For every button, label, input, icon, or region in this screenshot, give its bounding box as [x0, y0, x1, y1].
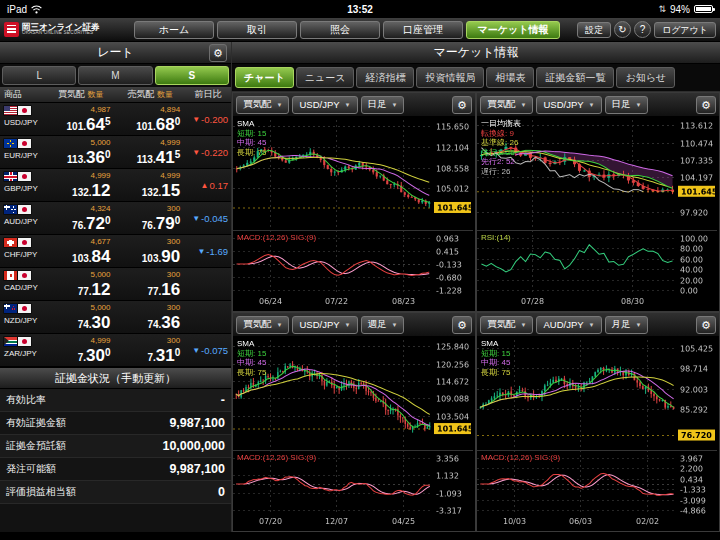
market-tab-news[interactable]: ニュース: [296, 67, 355, 88]
market-tab-investment-info[interactable]: 投資情報局: [416, 67, 484, 88]
nav-item-account[interactable]: 口座管理: [383, 21, 463, 39]
ask-cell[interactable]: 3007.310: [116, 334, 186, 366]
bid-cell[interactable]: 4,677103.84: [46, 235, 116, 267]
rate-row[interactable]: USD/JPY4,987101.6454,894101.680▼-0.200: [0, 103, 231, 136]
chart-pair-select[interactable]: AUD/JPY▼: [536, 316, 601, 334]
down-arrow-icon: ▼: [197, 247, 205, 256]
chart-canvas[interactable]: [233, 117, 473, 311]
rate-size-tab-s[interactable]: S: [155, 66, 229, 85]
chart-settings-button[interactable]: ⚙: [452, 316, 472, 334]
pair-label: GBP/JPY: [4, 184, 46, 193]
market-tab-rate-table[interactable]: 相場表: [486, 67, 534, 88]
refresh-button[interactable]: ↻: [614, 21, 631, 38]
change-cell: ▼-0.220: [185, 136, 231, 168]
nav-item-market-info[interactable]: マーケット情報: [466, 21, 560, 39]
jpy-flag-icon: [18, 205, 31, 214]
gear-icon: ⚙: [701, 319, 711, 331]
chart-interval-select[interactable]: 日足▼: [361, 96, 405, 114]
market-tab-economic-indicators[interactable]: 経済指標: [356, 67, 414, 88]
chart-price-type-select[interactable]: 買気配▼: [480, 316, 533, 334]
chart-settings-button[interactable]: ⚙: [452, 96, 472, 114]
rate-settings-button[interactable]: ⚙: [209, 44, 227, 62]
chart-pair-select[interactable]: USD/JPY▼: [292, 316, 357, 334]
chart-price-type-select[interactable]: 買気配▼: [480, 96, 533, 114]
flag-pair: [4, 139, 46, 148]
rate-row[interactable]: GBP/JPY4,999132.124,999132.15▲0.17: [0, 169, 231, 202]
chart-interval-select[interactable]: 月足▼: [605, 316, 649, 334]
chart-price-type-select[interactable]: 買気配▼: [236, 96, 289, 114]
down-arrow-icon: ▼: [192, 115, 200, 124]
chart-canvas[interactable]: [477, 117, 717, 311]
market-tab-margin-list[interactable]: 証拠金額一覧: [536, 67, 614, 88]
eu-flag-icon: [4, 139, 17, 148]
market-panel-title: マーケット情報: [433, 44, 518, 61]
bid-cell[interactable]: 5,00074.30: [46, 301, 116, 333]
chart-pair-select[interactable]: USD/JPY▼: [536, 96, 601, 114]
rate-size-tab-l[interactable]: L: [2, 66, 76, 85]
market-tab-notice[interactable]: お知らせ: [616, 67, 675, 88]
clock: 13:52: [347, 4, 373, 15]
chart-canvas[interactable]: [477, 337, 717, 531]
chart-interval-select[interactable]: 日足▼: [605, 96, 649, 114]
column-instrument: 商品: [0, 88, 46, 101]
nav-item-trade[interactable]: 取引: [217, 21, 297, 39]
rate-row[interactable]: CHF/JPY4,677103.84300103.90▼-1.69: [0, 235, 231, 268]
logout-button[interactable]: ログアウト: [654, 22, 716, 38]
ask-cell[interactable]: 30074.36: [116, 301, 186, 333]
ask-cell[interactable]: 30076.790: [116, 202, 186, 234]
ask-quantity: 4,999: [160, 171, 180, 180]
chart-interval-select[interactable]: 週足▼: [361, 316, 405, 334]
chart-canvas[interactable]: [233, 337, 473, 531]
rate-size-tab-m[interactable]: M: [78, 66, 152, 85]
ask-quantity: 300: [167, 204, 180, 213]
jpy-flag-icon: [18, 304, 31, 313]
bid-cell[interactable]: 4,999132.12: [46, 169, 116, 201]
change-cell: [185, 268, 231, 300]
gear-icon: ⚙: [701, 99, 711, 111]
bid-price: 101.645: [67, 117, 111, 134]
pair-label: AUD/JPY: [4, 217, 46, 226]
change-cell: ▼-0.075: [185, 334, 231, 366]
nav-item-home[interactable]: ホーム: [134, 21, 214, 39]
margin-row: 証拠金預託額10,000,000: [0, 435, 231, 458]
market-info-panel: マーケット情報 チャートニュース経済指標投資情報局相場表証拠金額一覧お知らせ 買…: [232, 42, 720, 532]
bid-quantity: 5,000: [90, 270, 110, 279]
bid-cell[interactable]: 5,00077.12: [46, 268, 116, 300]
ask-cell[interactable]: 30077.16: [116, 268, 186, 300]
chart-settings-button[interactable]: ⚙: [696, 316, 716, 334]
bid-cell[interactable]: 4,9997.300: [46, 334, 116, 366]
rate-row[interactable]: NZD/JPY5,00074.3030074.36: [0, 301, 231, 334]
nav-item-inquiry[interactable]: 照会: [300, 21, 380, 39]
flag-pair: [4, 106, 46, 115]
chart-settings-button[interactable]: ⚙: [696, 96, 716, 114]
market-tabs: チャートニュース経済指標投資情報局相場表証拠金額一覧お知らせ: [232, 64, 720, 92]
chart-pair-select[interactable]: USD/JPY▼: [292, 96, 357, 114]
settings-button[interactable]: 設定: [577, 22, 611, 38]
okasan-logo-icon: [4, 22, 19, 37]
change-cell: ▲0.17: [185, 169, 231, 201]
market-tab-chart[interactable]: チャート: [235, 67, 294, 88]
ask-price: 101.680: [136, 117, 180, 134]
rate-row[interactable]: AUD/JPY4,32476.72030076.790▼-0.045: [0, 202, 231, 235]
chart-price-type-select[interactable]: 買気配▼: [236, 316, 289, 334]
rate-row[interactable]: CAD/JPY5,00077.1230077.16: [0, 268, 231, 301]
jpy-flag-icon: [18, 106, 31, 115]
ask-cell[interactable]: 4,999132.15: [116, 169, 186, 201]
rate-row[interactable]: EUR/JPY5,000113.3604,999113.415▼-0.220: [0, 136, 231, 169]
help-button[interactable]: ?: [634, 21, 651, 38]
bid-cell[interactable]: 4,32476.720: [46, 202, 116, 234]
margin-label: 有効証拠金額: [6, 416, 66, 430]
ask-cell[interactable]: 4,894101.680: [116, 103, 186, 135]
margin-label: 証拠金預託額: [6, 439, 66, 453]
change-cell: ▼-0.045: [185, 202, 231, 234]
bid-quantity: 4,324: [90, 204, 110, 213]
ask-cell[interactable]: 4,999113.415: [116, 136, 186, 168]
pair-label: CHF/JPY: [4, 250, 46, 259]
chart-toolbar: 買気配▼AUD/JPY▼月足▼⚙: [477, 313, 719, 337]
ask-price: 77.16: [147, 282, 180, 299]
rate-row[interactable]: ZAR/JPY4,9997.3003007.310▼-0.075: [0, 334, 231, 367]
bid-cell[interactable]: 4,987101.645: [46, 103, 116, 135]
bid-cell[interactable]: 5,000113.360: [46, 136, 116, 168]
chart-panel-2: 買気配▼USD/JPY▼日足▼⚙一目均衡表転換線: 9基準線: 26先行1: 2…: [476, 92, 720, 312]
ask-cell[interactable]: 300103.90: [116, 235, 186, 267]
